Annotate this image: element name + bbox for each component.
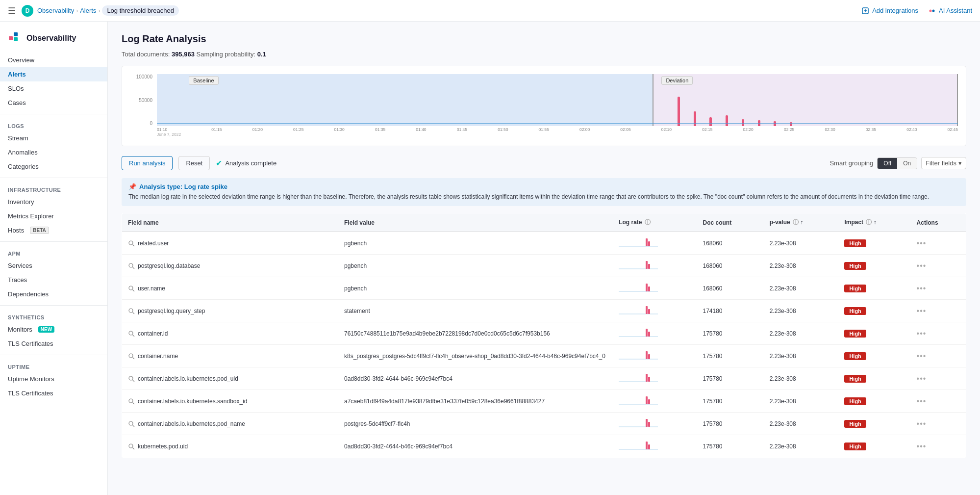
sidebar-item-slos[interactable]: SLOs	[0, 81, 107, 96]
sparkline	[619, 259, 658, 271]
analysis-complete-label: Analysis complete	[225, 159, 276, 167]
sidebar-item-services[interactable]: Services	[0, 259, 107, 273]
more-actions-button[interactable]: •••	[917, 442, 927, 450]
overview-label: Overview	[8, 56, 34, 64]
svg-rect-11	[648, 241, 650, 246]
add-integrations-label: Add integrations	[872, 7, 918, 14]
impact-cell: High	[838, 232, 910, 255]
traces-label: Traces	[8, 276, 27, 284]
impact-cell: High	[838, 435, 910, 458]
tls-certs-label: TLS Certificates	[8, 340, 53, 347]
field-name-text: container.id	[138, 330, 168, 337]
metrics-explorer-label: Metrics Explorer	[8, 212, 54, 220]
sidebar-item-stream[interactable]: Stream	[0, 131, 107, 145]
more-actions-button[interactable]: •••	[917, 374, 927, 383]
sidebar-item-dependencies[interactable]: Dependencies	[0, 287, 107, 301]
field-value-cell: 76150c7488511e1b75e9ad4b9ebe2b7228198dc7…	[338, 322, 613, 345]
more-actions-button[interactable]: •••	[917, 307, 927, 315]
add-integrations-button[interactable]: Add integrations	[861, 7, 918, 15]
sidebar-item-monitors[interactable]: Monitors NEW	[0, 322, 107, 337]
breadcrumb: Observability › Alerts › Log threshold b…	[37, 5, 179, 16]
field-value-cell: pgbench	[338, 277, 613, 300]
actions-cell[interactable]: •••	[911, 322, 966, 345]
ai-assistant-icon	[928, 7, 936, 15]
sidebar-section-uptime: Uptime	[0, 359, 107, 372]
sparkline	[619, 327, 658, 339]
sidebar-item-overview[interactable]: Overview	[0, 53, 107, 67]
field-search-icon	[128, 240, 135, 247]
svg-rect-36	[648, 354, 650, 359]
sidebar-item-hosts[interactable]: Hosts BETA	[0, 223, 107, 237]
field-name-text: container.labels.io.kubernetes.pod_name	[138, 420, 245, 427]
actions-cell[interactable]: •••	[911, 300, 966, 322]
field-name-cell: container.labels.io.kubernetes.sandbox_i…	[122, 390, 339, 413]
field-name-cell: postgresql.log.database	[122, 255, 339, 277]
sidebar-item-uptime-tls[interactable]: TLS Certificates	[0, 386, 107, 400]
actions-cell[interactable]: •••	[911, 367, 966, 390]
sidebar-item-tls-certs[interactable]: TLS Certificates	[0, 337, 107, 351]
smart-grouping-toggle[interactable]: Off On	[877, 157, 917, 169]
sidebar-item-categories[interactable]: Categories	[0, 159, 107, 174]
smart-grouping-on[interactable]: On	[897, 158, 917, 169]
field-value-cell: a7caeb81df949a4da817fe93879dfbe31e337fe0…	[338, 390, 613, 413]
ai-assistant-button[interactable]: AI Assistant	[928, 7, 972, 15]
actions-cell[interactable]: •••	[911, 413, 966, 435]
p-value-sort-icon[interactable]: ↑	[800, 219, 803, 226]
impact-badge: High	[844, 375, 866, 383]
sidebar-item-alerts[interactable]: Alerts	[0, 67, 107, 81]
y-axis-labels: 100000 50000 0	[130, 74, 155, 126]
p-value-cell: 2.23e-308	[764, 367, 839, 390]
impact-cell: High	[838, 413, 910, 435]
more-actions-button[interactable]: •••	[917, 329, 927, 338]
actions-cell[interactable]: •••	[911, 435, 966, 458]
sidebar-item-anomalies[interactable]: Anomalies	[0, 145, 107, 159]
smart-grouping-off[interactable]: Off	[878, 158, 897, 169]
col-p-value: p-value ⓘ ↑	[764, 213, 839, 232]
svg-rect-51	[648, 422, 650, 427]
breadcrumb-alerts[interactable]: Alerts	[80, 7, 96, 14]
filter-fields-button[interactable]: Filter fields ▾	[921, 157, 966, 169]
add-integrations-icon	[861, 7, 869, 15]
breadcrumb-observability[interactable]: Observability	[37, 7, 74, 14]
impact-cell: High	[838, 255, 910, 277]
svg-rect-26	[648, 309, 650, 314]
p-value-cell: 2.23e-308	[764, 345, 839, 367]
analysis-type-content: 📌 Analysis type: Log rate spike The medi…	[128, 183, 929, 201]
analysis-type-label: Analysis type: Log rate spike	[139, 183, 227, 190]
sidebar-item-metrics-explorer[interactable]: Metrics Explorer	[0, 209, 107, 223]
log-rate-chart: 100000 50000 0 Baseline Deviation	[122, 66, 966, 146]
log-rate-cell	[613, 413, 697, 435]
run-analysis-button[interactable]: Run analysis	[122, 156, 173, 170]
sidebar-item-uptime-monitors[interactable]: Uptime Monitors	[0, 372, 107, 386]
col-doc-count: Doc count	[697, 213, 763, 232]
actions-cell[interactable]: •••	[911, 390, 966, 413]
sidebar-item-traces[interactable]: Traces	[0, 273, 107, 287]
actions-cell[interactable]: •••	[911, 277, 966, 300]
inventory-label: Inventory	[8, 198, 34, 206]
field-name-text: container.labels.io.kubernetes.pod_uid	[138, 375, 238, 382]
actions-cell[interactable]: •••	[911, 255, 966, 277]
impact-badge: High	[844, 262, 866, 270]
actions-cell[interactable]: •••	[911, 232, 966, 255]
more-actions-button[interactable]: •••	[917, 261, 927, 270]
impact-cell: High	[838, 345, 910, 367]
p-value-cell: 2.23e-308	[764, 255, 839, 277]
uptime-tls-label: TLS Certificates	[8, 390, 53, 397]
impact-badge: High	[844, 307, 866, 315]
field-search-icon	[128, 308, 135, 314]
menu-icon[interactable]: ☰	[8, 5, 16, 16]
actions-cell[interactable]: •••	[911, 345, 966, 367]
field-name-cell: user.name	[122, 277, 339, 300]
impact-badge: High	[844, 239, 866, 247]
more-actions-button[interactable]: •••	[917, 284, 927, 292]
sparkline	[619, 440, 658, 451]
more-actions-button[interactable]: •••	[917, 352, 927, 360]
sidebar-item-inventory[interactable]: Inventory	[0, 195, 107, 209]
reset-button[interactable]: Reset	[178, 156, 210, 170]
impact-sort-icon[interactable]: ↑	[874, 219, 877, 226]
more-actions-button[interactable]: •••	[917, 419, 927, 428]
more-actions-button[interactable]: •••	[917, 239, 927, 247]
breadcrumb-sep-2: ›	[98, 7, 100, 14]
more-actions-button[interactable]: •••	[917, 397, 927, 405]
sidebar-item-cases[interactable]: Cases	[0, 96, 107, 110]
